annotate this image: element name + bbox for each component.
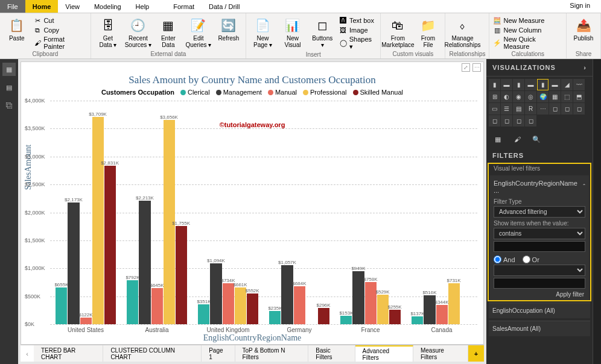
viz-type-icon[interactable]: ◻ — [489, 115, 500, 127]
viz-type-icon[interactable]: ◻ — [501, 115, 512, 127]
fields-pane-collapsed[interactable] — [593, 59, 601, 364]
viz-type-icon[interactable]: ◐ — [501, 91, 512, 102]
filter-card-occupation[interactable]: EnglishOccupation (All) — [489, 303, 590, 318]
more-options-icon[interactable]: ⋯ — [472, 63, 481, 72]
and-radio[interactable]: And — [494, 256, 515, 263]
scissors-icon: ✂ — [33, 16, 42, 25]
or-radio[interactable]: Or — [523, 256, 539, 263]
menu-data-drill[interactable]: Data / Drill — [202, 0, 247, 13]
left-rail: ▦ ▤ ⿻ — [0, 59, 18, 364]
page-tab[interactable]: Basic Filters — [308, 345, 355, 362]
edit-queries-button[interactable]: 📝Edit Queries ▾ — [185, 14, 212, 48]
buttons-button[interactable]: ◻Buttons ▾ — [310, 14, 335, 48]
publish-button[interactable]: 📤Publish — [570, 14, 597, 42]
viz-type-icon[interactable]: ◉ — [513, 91, 524, 102]
filter-field-name: EnglishCountryRegionName ... — [494, 180, 583, 194]
viz-type-icon[interactable]: 🌍 — [537, 91, 549, 102]
sign-in-link[interactable]: Sign in — [559, 0, 601, 13]
filter-operator-select-2[interactable] — [494, 265, 585, 276]
text-box-button[interactable]: 🅰Text box — [339, 16, 377, 25]
fields-mode-icon[interactable]: ▦ — [492, 134, 503, 145]
viz-type-icon[interactable]: ▮ — [537, 79, 549, 90]
page-tab[interactable]: Advanced Filters — [355, 345, 413, 362]
filter-value-input-1[interactable] — [494, 241, 585, 252]
page-tab[interactable]: Measure Filters — [413, 345, 468, 362]
shapes-button[interactable]: ◯Shapes ▾ — [339, 36, 377, 51]
focus-mode-icon[interactable]: ⤢ — [462, 63, 470, 72]
menu-file[interactable]: File — [0, 0, 25, 13]
filter-operator-select[interactable]: contains — [494, 228, 585, 239]
viz-type-icon[interactable]: ⬒ — [573, 91, 585, 102]
copy-button[interactable]: ⧉Copy — [33, 26, 87, 34]
menu-help[interactable]: Help — [129, 0, 157, 13]
apply-filter-button[interactable]: Apply filter — [494, 289, 585, 298]
menu-view[interactable]: View — [58, 0, 87, 13]
viz-type-icon[interactable]: ◻ — [573, 103, 585, 115]
copy-icon: ⧉ — [33, 26, 42, 34]
column-icon: ▥ — [493, 26, 501, 34]
menu-format[interactable]: Format — [166, 0, 202, 13]
tabs-scroll-left[interactable]: ‹ — [21, 345, 34, 362]
data-view-button[interactable]: ▤ — [2, 81, 16, 94]
paste-button[interactable]: 📋Paste — [4, 14, 30, 42]
refresh-button[interactable]: 🔄Refresh — [215, 14, 242, 42]
chevron-up-icon[interactable]: ˆ — [583, 183, 585, 190]
viz-type-icon[interactable]: ◻ — [525, 115, 536, 127]
from-marketplace-button[interactable]: 🛍From Marketplace — [384, 14, 411, 48]
get-data-button[interactable]: 🗄Get Data ▾ — [95, 14, 121, 48]
viz-type-icon[interactable]: ☰ — [501, 103, 512, 115]
data-icon: 🗄 — [99, 16, 117, 34]
filter-type-select[interactable]: Advanced filtering — [494, 206, 585, 218]
chart-visual[interactable]: ⤢ ⋯ Sales Amount by Country Name and Cus… — [21, 61, 484, 345]
ribbon: 📋Paste ✂Cut ⧉Copy 🖌Format Painter Clipbo… — [0, 13, 601, 59]
format-mode-icon[interactable]: 🖌 — [512, 134, 523, 145]
menu-modeling[interactable]: Modeling — [87, 0, 129, 13]
new-column-button[interactable]: ▥New Column — [493, 26, 562, 34]
viz-type-icon[interactable]: R — [525, 103, 536, 115]
filter-card[interactable]: EnglishCountryRegionName ...ˆ Filter Typ… — [490, 175, 589, 300]
from-file-button[interactable]: 📁From File — [415, 14, 441, 48]
page-tab[interactable]: TERED BAR CHART — [34, 345, 103, 362]
filter-card-salesamount[interactable]: SalesAmount (All) — [489, 321, 590, 336]
filter-value-input-2[interactable] — [494, 278, 585, 289]
cut-button[interactable]: ✂Cut — [33, 16, 87, 25]
viz-type-icon[interactable]: ▮ — [513, 79, 524, 90]
viz-type-icon[interactable]: ▦ — [549, 91, 561, 102]
shapes-icon: ◯ — [339, 39, 348, 48]
edit-icon: 📝 — [189, 16, 208, 34]
page-tab[interactable]: ToP & Bottom N Filters — [235, 345, 309, 362]
viz-type-icon[interactable]: ◢ — [561, 79, 573, 90]
analytics-mode-icon[interactable]: 🔍 — [531, 134, 542, 145]
viz-type-icon[interactable]: ◻ — [513, 115, 524, 127]
chevron-right-icon[interactable]: › — [584, 64, 587, 71]
viz-type-icon[interactable]: ◎ — [525, 91, 536, 102]
viz-type-icon[interactable]: ⬚ — [561, 91, 573, 102]
viz-type-icon[interactable]: ▬ — [501, 79, 512, 90]
manage-relationships-button[interactable]: ⬨Manage Relationships — [449, 14, 475, 48]
viz-type-icon[interactable]: ⊞ — [489, 91, 500, 102]
viz-type-icon[interactable]: ▮ — [489, 79, 500, 90]
image-button[interactable]: 🖼Image — [339, 26, 377, 34]
viz-type-icon[interactable]: ▭ — [489, 103, 500, 115]
model-view-button[interactable]: ⿻ — [2, 99, 16, 112]
viz-type-icon[interactable]: ◻ — [549, 103, 561, 115]
report-view-button[interactable]: ▦ — [2, 63, 16, 76]
viz-type-icon[interactable]: 〰 — [573, 79, 585, 90]
new-visual-button[interactable]: 📊New Visual — [279, 14, 305, 48]
viz-type-icon[interactable]: ⋯ — [537, 103, 549, 115]
page-tab[interactable]: Page 1 — [202, 345, 235, 362]
add-page-button[interactable]: + — [468, 345, 484, 362]
new-page-button[interactable]: 📄New Page ▾ — [250, 14, 276, 48]
menu-home[interactable]: Home — [25, 0, 59, 13]
group-label: Calculations — [493, 50, 562, 57]
viz-type-icon[interactable]: ▤ — [513, 103, 524, 115]
page-tab[interactable]: CLUSTERED COLUMN CHART — [103, 345, 202, 362]
format-painter-button[interactable]: 🖌Format Painter — [33, 36, 87, 50]
viz-type-icon[interactable]: ▬ — [525, 79, 536, 90]
viz-type-icon[interactable]: ◻ — [561, 103, 573, 115]
new-measure-button[interactable]: 🧮New Measure — [493, 16, 562, 25]
new-quick-measure-button[interactable]: ⚡New Quick Measure — [493, 36, 562, 50]
recent-sources-button[interactable]: 🕘Recent Sources ▾ — [125, 14, 151, 48]
viz-type-icon[interactable]: ▬ — [549, 79, 561, 90]
enter-data-button[interactable]: ▦Enter Data — [155, 14, 182, 48]
